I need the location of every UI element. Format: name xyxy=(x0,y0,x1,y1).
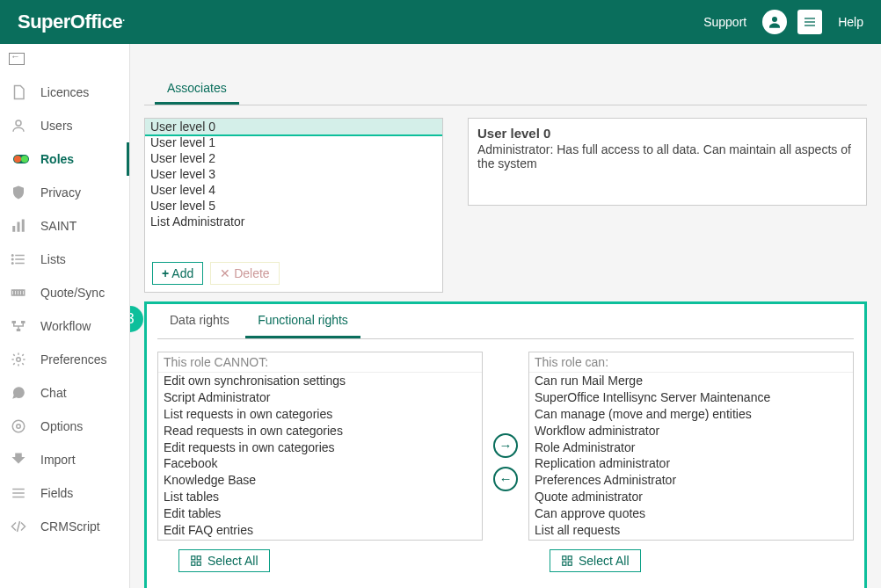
sidebar-item-preferences[interactable]: Preferences xyxy=(0,343,129,376)
help-link[interactable]: Help xyxy=(838,15,863,29)
role-list-item[interactable]: List Administrator xyxy=(145,214,442,229)
svg-rect-21 xyxy=(17,329,21,331)
can-item[interactable]: Workflow administrator xyxy=(529,423,853,439)
sidebar-item-label: Import xyxy=(40,453,76,467)
role-list-item[interactable]: User level 5 xyxy=(145,198,442,214)
delete-role-button: ✕ Delete xyxy=(210,262,279,285)
fields-icon xyxy=(11,485,32,501)
cannot-item[interactable]: Edit own synchronisation settings xyxy=(158,373,482,389)
can-list[interactable]: Can run Mail MergeSuperOffice Intellisyn… xyxy=(529,373,853,540)
svg-point-12 xyxy=(12,258,14,260)
cannot-item[interactable]: Edit requests in own categories xyxy=(158,439,482,456)
can-item[interactable]: SuperOffice Intellisync Server Maintenan… xyxy=(529,389,853,406)
svg-rect-5 xyxy=(12,226,15,232)
sidebar-item-workflow[interactable]: Workflow xyxy=(0,309,129,343)
cannot-list[interactable]: Edit own synchronisation settingsScript … xyxy=(158,373,482,540)
cannot-item[interactable]: Knowledge Base xyxy=(158,472,482,489)
role-list-item[interactable]: User level 1 xyxy=(145,134,442,150)
svg-point-13 xyxy=(12,263,14,265)
lists-icon xyxy=(11,251,32,267)
svg-rect-7 xyxy=(22,220,25,232)
roles-list-panel: User level 0User level 1User level 2User… xyxy=(144,118,443,293)
svg-rect-31 xyxy=(192,562,195,565)
cannot-item[interactable]: Edit tables xyxy=(158,505,482,522)
can-item[interactable]: Preferences Administrator xyxy=(529,472,853,489)
role-list-item[interactable]: User level 2 xyxy=(145,150,442,166)
cannot-item[interactable]: Hide Selection screen xyxy=(158,539,482,540)
sidebar-item-crmscript[interactable]: CRMScript xyxy=(0,510,129,543)
options-icon xyxy=(11,418,32,434)
sidebar-item-saint[interactable]: SAINT xyxy=(0,209,129,243)
content-area: Associates User level 0User level 1User … xyxy=(130,44,881,588)
svg-rect-16 xyxy=(18,290,19,295)
collapse-sidebar-button[interactable] xyxy=(0,49,129,72)
svg-rect-15 xyxy=(15,290,17,295)
role-list-item[interactable]: User level 3 xyxy=(145,166,442,182)
svg-rect-17 xyxy=(20,290,22,295)
cannot-item[interactable]: Facebook xyxy=(158,455,482,472)
svg-point-24 xyxy=(12,420,25,432)
role-list-item[interactable]: User level 4 xyxy=(145,182,442,198)
app-header: SuperOffice. Support Help xyxy=(0,0,881,44)
can-item[interactable]: Role Administrator xyxy=(529,439,853,456)
licences-icon xyxy=(11,84,32,100)
sidebar-item-import[interactable]: Import xyxy=(0,443,129,476)
profile-icon[interactable] xyxy=(762,10,787,34)
svg-rect-32 xyxy=(197,562,200,565)
svg-point-23 xyxy=(17,425,21,429)
cannot-item[interactable]: List requests in own categories xyxy=(158,406,482,423)
roles-list[interactable]: User level 0User level 1User level 2User… xyxy=(145,119,442,255)
chat-icon xyxy=(11,385,32,401)
can-item[interactable]: Can approve quotes xyxy=(529,505,853,522)
can-item[interactable]: Replication administrator xyxy=(529,455,853,472)
import-icon xyxy=(11,452,32,468)
svg-rect-18 xyxy=(23,290,25,295)
move-right-button[interactable]: → xyxy=(493,433,518,458)
can-select-all-button[interactable]: Select All xyxy=(550,549,641,572)
role-list-item[interactable]: User level 0 xyxy=(145,119,442,134)
svg-point-4 xyxy=(16,120,21,126)
can-column: This role can: Can run Mail MergeSuperOf… xyxy=(528,352,854,572)
sidebar-item-options[interactable]: Options xyxy=(0,410,129,443)
svg-rect-6 xyxy=(18,222,20,232)
sidebar-item-chat[interactable]: Chat xyxy=(0,376,129,410)
brand-logo: SuperOffice. xyxy=(18,11,124,33)
tab-associates[interactable]: Associates xyxy=(155,74,239,105)
roles-icon xyxy=(11,151,32,167)
tab-data-rights[interactable]: Data rights xyxy=(157,304,242,336)
svg-point-22 xyxy=(17,358,21,362)
cannot-item[interactable]: Script Administrator xyxy=(158,389,482,406)
cannot-select-all-button[interactable]: Select All xyxy=(178,549,270,572)
role-description-title: User level 0 xyxy=(477,126,857,141)
svg-rect-19 xyxy=(12,321,17,323)
cannot-item[interactable]: Edit FAQ entries xyxy=(158,522,482,539)
can-item[interactable]: Read all requests xyxy=(529,539,853,540)
can-header: This role can: xyxy=(529,352,853,373)
users-icon xyxy=(11,118,32,134)
support-link[interactable]: Support xyxy=(703,15,746,29)
menu-icon[interactable] xyxy=(797,10,822,34)
can-item[interactable]: Quote administrator xyxy=(529,489,853,505)
cannot-item[interactable]: List tables xyxy=(158,489,482,505)
svg-line-28 xyxy=(18,521,20,532)
svg-rect-14 xyxy=(12,290,14,295)
cannot-header: This role CANNOT: xyxy=(158,352,482,373)
add-role-button[interactable]: + Add xyxy=(152,262,203,285)
sidebar-item-licences[interactable]: Licences xyxy=(0,76,129,109)
tab-functional-rights[interactable]: Functional rights xyxy=(245,304,360,338)
sidebar-item-fields[interactable]: Fields xyxy=(0,476,129,510)
privacy-icon xyxy=(11,185,32,200)
move-left-button[interactable]: ← xyxy=(493,467,518,491)
sidebar-item-users[interactable]: Users xyxy=(0,109,129,142)
sidebar-item-lists[interactable]: Lists xyxy=(0,243,129,276)
sidebar-item-roles[interactable]: Roles xyxy=(0,142,129,176)
cannot-item[interactable]: Read requests in own categories xyxy=(158,423,482,439)
sidebar-item-quote-sync[interactable]: Quote/Sync xyxy=(0,276,129,309)
svg-rect-2 xyxy=(805,21,815,22)
transfer-buttons: → ← xyxy=(493,433,518,491)
svg-point-11 xyxy=(12,255,14,257)
can-item[interactable]: Can manage (move and merge) entities xyxy=(529,406,853,423)
sidebar-item-privacy[interactable]: Privacy xyxy=(0,176,129,209)
can-item[interactable]: List all requests xyxy=(529,522,853,539)
can-item[interactable]: Can run Mail Merge xyxy=(529,373,853,389)
